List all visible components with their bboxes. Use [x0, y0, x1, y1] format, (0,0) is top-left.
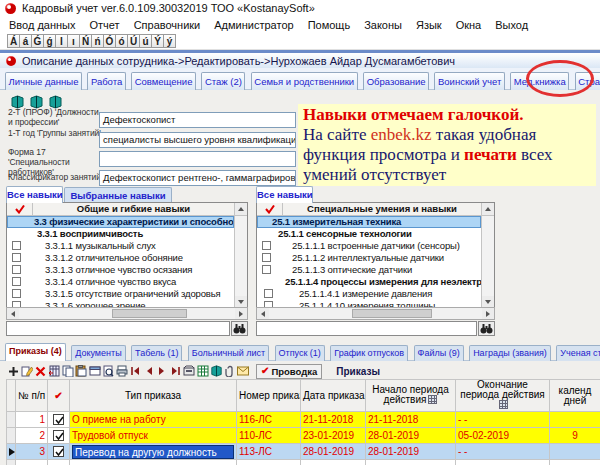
order-row-selected[interactable]: 3 Перевод на другую должность 113-ЛС 28-… — [7, 444, 600, 460]
skill-row[interactable]: 3.3.1.5 отсутствие ограничений здоровья — [7, 288, 234, 300]
tab-stazh[interactable]: Стаж (2) — [201, 72, 245, 90]
classifier-field[interactable]: Дефектоскопист рентгено-, гаммаграфирова… — [99, 170, 296, 186]
order-days[interactable] — [550, 412, 600, 428]
menu-vvod-dannyh[interactable]: Ввод данных — [2, 19, 83, 31]
tab-obrazovanie[interactable]: Образование — [363, 72, 429, 90]
order-checkbox-cell[interactable] — [48, 412, 70, 428]
paste-button[interactable] — [75, 364, 89, 379]
order-checkbox-cell[interactable] — [48, 428, 70, 444]
tab-prikazy[interactable]: Приказы (4) — [5, 343, 66, 361]
properties-button[interactable] — [88, 364, 102, 379]
order-date[interactable]: 23-01-2019 — [301, 428, 366, 444]
menu-zakony[interactable]: Законы — [357, 19, 409, 31]
tab-med-knizhka[interactable]: Мед.книжка — [510, 72, 569, 90]
skill-row[interactable]: 3.3.1 восприимчивость — [7, 228, 234, 240]
tab-tabel[interactable]: Табель (1) — [131, 345, 182, 361]
attachment-button[interactable] — [223, 364, 237, 379]
tab-dokumenty[interactable]: Документы — [71, 345, 125, 361]
scroll-right-button[interactable] — [482, 308, 494, 319]
archive-button[interactable] — [183, 364, 197, 379]
vertical-scrollbar[interactable] — [234, 216, 247, 308]
menu-okna[interactable]: Окна — [449, 19, 489, 31]
export-button[interactable] — [48, 364, 62, 379]
skill-search-input[interactable] — [256, 321, 477, 336]
order-end[interactable]: - - — [456, 444, 550, 460]
nav-last-button[interactable] — [169, 364, 183, 379]
skill-row[interactable]: 25.1.1.2 интеллектуальные датчики — [257, 252, 481, 264]
excel-button[interactable] — [196, 364, 210, 379]
order-number[interactable]: 110-ЛС — [237, 428, 301, 444]
tab-bolnichnyy-list[interactable]: Больничный лист — [188, 345, 269, 361]
left-tab-all-skills[interactable]: Все навыки — [6, 186, 63, 203]
order-number[interactable]: 113-ЛС — [237, 444, 301, 460]
horizontal-scrollbar[interactable] — [6, 307, 248, 320]
order-checkbox[interactable] — [53, 430, 64, 441]
nav-first-button[interactable] — [129, 364, 143, 379]
tab-fayly[interactable]: Файлы (9) — [414, 345, 464, 361]
skill-checkbox[interactable] — [12, 277, 21, 286]
search-button[interactable] — [478, 321, 495, 336]
order-end[interactable]: 05-02-2019 — [456, 428, 550, 444]
tab-uchenaya-stepen[interactable]: Ученая степень (звание) — [556, 345, 600, 361]
menu-vyhod[interactable]: Выход — [488, 19, 535, 31]
skill-checkbox[interactable] — [12, 289, 21, 298]
tab-grafik-otpuskov[interactable]: График отпусков — [330, 345, 408, 361]
order-number[interactable]: 116-ЛС — [237, 412, 301, 428]
tab-strahovaniya[interactable]: Страхования — [575, 72, 600, 90]
order-date[interactable]: 28-01-2019 — [301, 444, 366, 460]
skill-checkbox[interactable] — [12, 241, 21, 250]
skill-checkbox[interactable] — [12, 253, 21, 262]
skill-row[interactable]: 3.3.1.2 отличительное обоняние — [7, 252, 234, 264]
order-row[interactable]: 1 О приеме на работу 116-ЛС 21-11-2018 2… — [7, 412, 600, 428]
skill-search-input[interactable] — [6, 321, 230, 336]
positions-field[interactable]: Дефектоскопист — [99, 112, 296, 128]
order-checkbox-cell[interactable] — [48, 444, 70, 460]
scroll-right-button[interactable] — [235, 308, 247, 319]
tab-sovmeschenie[interactable]: Совмещение — [131, 72, 196, 90]
skill-row[interactable]: 3.3.1.4 отличное чувство вкуса — [7, 276, 234, 288]
skill-row[interactable]: 25.1.1 сенсорные технологии — [257, 228, 481, 240]
skill-checkbox[interactable] — [262, 241, 271, 250]
print-button[interactable] — [115, 364, 129, 379]
order-days[interactable]: 9 — [550, 428, 600, 444]
skill-checkbox[interactable] — [262, 265, 271, 274]
order-checkbox[interactable] — [53, 446, 64, 457]
tab-nagrady[interactable]: Награды (звания) — [469, 345, 551, 361]
skill-checkbox[interactable] — [264, 289, 273, 298]
form17-field[interactable] — [99, 151, 296, 167]
order-date[interactable]: 21-11-2018 — [301, 412, 366, 428]
order-start[interactable]: 28-01-2019 — [366, 428, 456, 444]
right-tab-all-skills[interactable]: Все навыки — [256, 186, 313, 203]
left-tab-selected-skills[interactable]: Выбранные навыки — [64, 187, 172, 203]
skill-row[interactable]: 3.3 физические характеристики и способно… — [7, 216, 234, 228]
skill-checkbox[interactable] — [262, 253, 271, 262]
skill-row[interactable]: 25.1.1.3 оптические датчики — [257, 264, 481, 276]
scroll-left-button[interactable] — [7, 308, 19, 319]
print-preview-button[interactable] — [102, 364, 116, 379]
menu-administrator[interactable]: Администратор — [207, 19, 300, 31]
scrollbar-thumb[interactable] — [352, 309, 432, 318]
vertical-scrollbar[interactable] — [481, 216, 494, 308]
search-button[interactable] — [231, 321, 248, 336]
selected-cell[interactable]: Перевод на другую должность — [72, 445, 234, 459]
order-end[interactable]: - - — [456, 412, 550, 428]
mail-button[interactable] — [237, 364, 251, 379]
tab-rabota[interactable]: Работа — [87, 72, 125, 90]
scroll-left-button[interactable] — [257, 308, 269, 319]
order-days[interactable] — [550, 444, 600, 460]
nav-prev-button[interactable] — [142, 364, 156, 379]
copy-button[interactable] — [61, 364, 75, 379]
skill-checkbox[interactable] — [12, 265, 21, 274]
skill-row[interactable]: 25.1.1.4.1 измерение давления — [257, 288, 481, 300]
scroll-up-button[interactable] — [481, 203, 494, 215]
order-type[interactable]: О приеме на работу — [70, 412, 237, 428]
scroll-up-button[interactable] — [234, 203, 247, 215]
skill-row[interactable]: 3.3.1.3 отличное чувство осязания — [7, 264, 234, 276]
order-checkbox[interactable] — [53, 414, 64, 425]
provodka-button[interactable]: ✔Проводка — [256, 364, 322, 379]
delete-button[interactable] — [34, 364, 48, 379]
tab-voinskiy-uchet[interactable]: Воинский учет — [434, 72, 504, 90]
menu-yazyk[interactable]: Язык — [409, 19, 449, 31]
menu-pomosch[interactable]: Помощь — [301, 19, 358, 31]
book-button[interactable] — [210, 364, 224, 379]
